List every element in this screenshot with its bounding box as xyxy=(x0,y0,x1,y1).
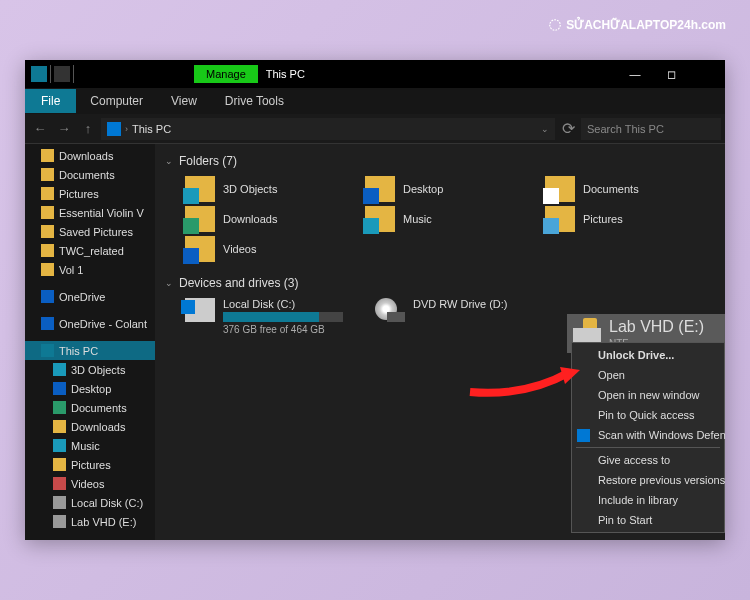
overlay-icon xyxy=(183,218,199,234)
svg-point-0 xyxy=(550,20,561,31)
sidebar-item-label: Documents xyxy=(71,402,127,414)
sidebar-item[interactable]: Vol 1 xyxy=(25,260,155,279)
folders-group-header[interactable]: ⌄ Folders (7) xyxy=(165,154,715,168)
folder-item[interactable]: Videos xyxy=(185,236,355,262)
video-icon xyxy=(53,477,66,490)
sidebar-item[interactable]: Documents xyxy=(25,165,155,184)
annotation-arrow xyxy=(465,362,585,402)
sidebar-item[interactable]: OneDrive xyxy=(25,287,155,306)
folder-item[interactable]: 3D Objects xyxy=(185,176,355,202)
chevron-down-icon[interactable]: ⌄ xyxy=(541,124,549,134)
music-icon xyxy=(53,439,66,452)
context-menu-item[interactable]: Open in new window xyxy=(572,385,724,405)
context-menu-item[interactable]: Unlock Drive... xyxy=(572,345,724,365)
refresh-button[interactable]: ⟳ xyxy=(557,119,579,138)
drive-local-c[interactable]: Local Disk (C:) 376 GB free of 464 GB xyxy=(185,298,355,335)
main-pane: ⌄ Folders (7) 3D ObjectsDesktopDocuments… xyxy=(155,144,725,540)
sidebar-item[interactable]: Documents xyxy=(25,398,155,417)
folder-item[interactable]: Pictures xyxy=(545,206,715,232)
sidebar-item-label: Music xyxy=(71,440,100,452)
ribbon-tab-drivetools[interactable]: Drive Tools xyxy=(211,89,298,113)
separator xyxy=(576,447,720,448)
context-menu-item[interactable]: Restore previous versions xyxy=(572,470,724,490)
file-menu[interactable]: File xyxy=(25,89,76,113)
sidebar-item[interactable]: Downloads xyxy=(25,146,155,165)
back-button[interactable]: ← xyxy=(29,118,51,140)
locked-drive-icon xyxy=(573,318,601,342)
shield-icon xyxy=(577,429,590,442)
separator xyxy=(73,65,74,83)
folder-item[interactable]: Desktop xyxy=(365,176,535,202)
3d-icon xyxy=(53,363,66,376)
context-menu-item[interactable]: Give access to xyxy=(572,450,724,470)
folder-item[interactable]: Documents xyxy=(545,176,715,202)
breadcrumb[interactable]: › This PC ⌄ xyxy=(101,118,555,140)
sidebar-item[interactable]: Pictures xyxy=(25,455,155,474)
search-input[interactable]: Search This PC xyxy=(581,118,721,140)
sidebar-item[interactable]: TWC_related xyxy=(25,241,155,260)
thispc-icon xyxy=(107,122,121,136)
onedrive-icon xyxy=(41,290,54,303)
sidebar-item[interactable]: Downloads xyxy=(25,417,155,436)
sidebar-item[interactable]: Saved Pictures xyxy=(25,222,155,241)
up-button[interactable]: ↑ xyxy=(77,118,99,140)
folder-icon xyxy=(365,176,395,202)
context-menu-item[interactable]: Pin to Start xyxy=(572,510,724,530)
explorer-window: Manage This PC — ◻ File Computer View Dr… xyxy=(25,60,725,540)
context-menu-item[interactable]: Open xyxy=(572,365,724,385)
sidebar-item[interactable]: 3D Objects xyxy=(25,360,155,379)
sidebar-item[interactable]: OneDrive - Colant xyxy=(25,314,155,333)
drive-label: DVD RW Drive (D:) xyxy=(413,298,508,310)
gear-icon xyxy=(548,18,562,32)
sidebar-item[interactable]: Local Disk (C:) xyxy=(25,493,155,512)
window-title: This PC xyxy=(266,68,305,80)
chevron-down-icon: ⌄ xyxy=(165,278,173,288)
separator xyxy=(50,65,51,83)
desktop-icon xyxy=(53,382,66,395)
sidebar-item-label: Videos xyxy=(71,478,104,490)
maximize-button[interactable]: ◻ xyxy=(653,60,689,88)
overlay-icon xyxy=(543,188,559,204)
folder-item[interactable]: Downloads xyxy=(185,206,355,232)
drives-group-header[interactable]: ⌄ Devices and drives (3) xyxy=(165,276,715,290)
forward-button[interactable]: → xyxy=(53,118,75,140)
drive-dvd[interactable]: DVD RW Drive (D:) xyxy=(375,298,545,335)
disk-icon xyxy=(185,298,215,322)
disk-icon xyxy=(53,496,66,509)
context-menu-item[interactable]: Scan with Windows Defen xyxy=(572,425,724,445)
ribbon-tab-computer[interactable]: Computer xyxy=(76,89,157,113)
sidebar-item-label: Vol 1 xyxy=(59,264,83,276)
sidebar-item[interactable]: Lab VHD (E:) xyxy=(25,512,155,531)
sidebar-item-label: TWC_related xyxy=(59,245,124,257)
context-menu-item[interactable]: Pin to Quick access xyxy=(572,405,724,425)
qat-icon[interactable] xyxy=(54,66,70,82)
sidebar-item-label: Downloads xyxy=(71,421,125,433)
sidebar-item[interactable]: Desktop xyxy=(25,379,155,398)
disk-icon xyxy=(53,515,66,528)
sidebar-item-label: Local Disk (C:) xyxy=(71,497,143,509)
close-button[interactable] xyxy=(689,60,725,88)
folder-label: Desktop xyxy=(403,183,443,195)
context-menu-item[interactable]: Include in library xyxy=(572,490,724,510)
sidebar-item-label: Downloads xyxy=(59,150,113,162)
folder-label: Videos xyxy=(223,243,256,255)
folder-item[interactable]: Music xyxy=(365,206,535,232)
sidebar-item[interactable]: Videos xyxy=(25,474,155,493)
folder-icon xyxy=(185,206,215,232)
folder-label: Documents xyxy=(583,183,639,195)
overlay-icon xyxy=(363,218,379,234)
sidebar-item[interactable]: Pictures xyxy=(25,184,155,203)
minimize-button[interactable]: — xyxy=(617,60,653,88)
sidebar-item[interactable]: Music xyxy=(25,436,155,455)
chevron-right-icon: › xyxy=(125,124,128,134)
manage-tab[interactable]: Manage xyxy=(194,65,258,83)
sidebar-item[interactable]: This PC xyxy=(25,341,155,360)
nav-sidebar: DownloadsDocumentsPicturesEssential Viol… xyxy=(25,144,155,540)
folder-label: 3D Objects xyxy=(223,183,277,195)
overlay-icon xyxy=(363,188,379,204)
sidebar-item-label: Desktop xyxy=(71,383,111,395)
sidebar-item[interactable]: Essential Violin V xyxy=(25,203,155,222)
sidebar-item-label: Pictures xyxy=(71,459,111,471)
windows-icon xyxy=(181,300,195,314)
ribbon-tab-view[interactable]: View xyxy=(157,89,211,113)
